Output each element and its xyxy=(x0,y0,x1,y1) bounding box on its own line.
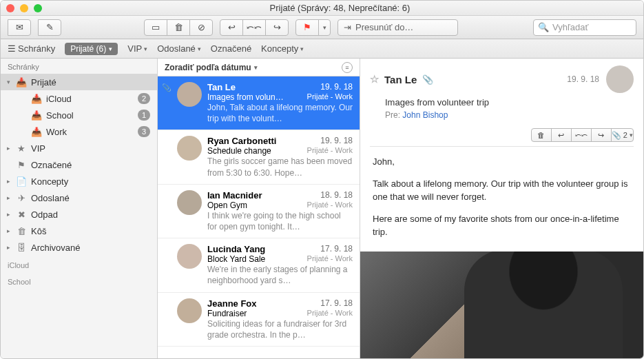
search-field[interactable]: 🔍 Vyhľadať xyxy=(533,19,636,36)
sidebar-item-account[interactable]: 📥School1 xyxy=(1,107,157,123)
preview-reply-all-button[interactable]: ⤺⤺ xyxy=(571,128,592,142)
favorite-drafts[interactable]: Koncepty▾ xyxy=(261,43,304,54)
message-preview-text: John, Talk about a lifelong memory. Our … xyxy=(207,102,353,124)
message-row[interactable]: Jeanne Fox17. 9. 18FundraiserPrijaté - W… xyxy=(158,293,360,347)
sidebar-item-trash[interactable]: ▸ 🗑 Kôš xyxy=(1,223,157,239)
mailboxes-toggle[interactable]: ☰ Schránky xyxy=(8,43,55,54)
message-row[interactable]: Ryan Carbonetti19. 9. 18Schedule changeP… xyxy=(158,130,360,184)
message-from: Ryan Carbonetti xyxy=(207,136,276,146)
junk-icon: ⊘ xyxy=(198,22,205,32)
delete-button[interactable]: 🗑 xyxy=(167,19,190,36)
chevron-down-icon: ▾ xyxy=(630,132,633,139)
compose-button[interactable]: ✎ xyxy=(38,19,61,36)
window-titlebar: Prijaté (Správy: 48, Neprečítané: 6) xyxy=(1,1,643,16)
preview-delete-button[interactable]: 🗑 xyxy=(531,128,552,142)
close-window-button[interactable] xyxy=(6,4,14,12)
sidebar-item-vip[interactable]: ▸ ★ VIP xyxy=(1,140,157,156)
filter-button[interactable]: ≡ xyxy=(342,62,353,73)
sort-label: Zoradiť podľa dátumu xyxy=(165,63,251,72)
message-row[interactable]: 📎Tan Le19. 9. 18Images from volun…Prijat… xyxy=(158,76,360,130)
message-from: Ian Macnider xyxy=(207,190,262,201)
preview-attachments-button[interactable]: 📎 2 ▾ xyxy=(611,128,634,142)
attachment-icon: 📎 xyxy=(422,74,433,85)
reply-icon: ↩ xyxy=(228,22,236,32)
disclosure-triangle-icon[interactable]: ▸ xyxy=(5,211,12,218)
sidebar-item-label: School xyxy=(46,110,134,121)
sidebar-inbox-label: Prijaté xyxy=(31,77,150,88)
disclosure-triangle-icon[interactable]: ▸ xyxy=(5,178,12,185)
sidebar-section-icloud[interactable]: iCloud xyxy=(1,256,157,272)
inbox-icon: 📥 xyxy=(15,77,28,88)
archive-button[interactable]: ▭ xyxy=(144,19,167,36)
favorite-inbox[interactable]: Prijaté (6) ▾ xyxy=(65,43,118,55)
attachment-indicator xyxy=(162,136,172,178)
sidebar-item-sent[interactable]: ▸ ✈︎ Odoslané xyxy=(1,189,157,206)
disclosure-triangle-icon[interactable]: ▾ xyxy=(5,79,12,85)
message-preview-pane: ☆ Tan Le 📎 19. 9. 18 Images from volunte… xyxy=(360,59,643,359)
disclosure-triangle-icon[interactable]: ▸ xyxy=(5,227,12,234)
drafts-icon: 📄 xyxy=(15,176,28,187)
sidebar-item-flagged[interactable]: ⚑ Označené xyxy=(1,156,157,173)
attachment-icon: 📎 xyxy=(612,131,621,140)
sort-menu[interactable]: Zoradiť podľa dátumu ▾ xyxy=(165,63,258,72)
flag-menu-button[interactable]: ▾ xyxy=(318,19,331,36)
sidebar-item-account[interactable]: 📥iCloud2 xyxy=(1,90,157,107)
preview-date: 19. 9. 18 xyxy=(567,74,599,84)
preview-reply-button[interactable]: ↩ xyxy=(551,128,572,142)
sidebar-item-drafts[interactable]: ▸ 📄 Koncepty xyxy=(1,173,157,189)
get-mail-button[interactable]: ✉︎ xyxy=(8,19,31,36)
message-row[interactable]: Ian Macnider18. 9. 18Open GymPrijaté - W… xyxy=(158,185,360,238)
message-preview-text: Soliciting ideas for a fundraiser for 3r… xyxy=(207,318,353,340)
message-mailbox: Prijaté - Work xyxy=(307,146,353,156)
attachment-indicator xyxy=(162,298,172,340)
chevron-down-icon: ▾ xyxy=(254,64,258,71)
message-row[interactable]: Lucinda Yang17. 9. 18Block Yard SalePrij… xyxy=(158,238,360,292)
message-subject: Block Yard Sale xyxy=(207,254,265,264)
reply-button[interactable]: ↩ xyxy=(220,19,243,36)
reply-all-button[interactable]: ⤺⤺ xyxy=(242,19,266,36)
sidebar-item-inbox[interactable]: ▾ 📥 Prijaté xyxy=(1,74,157,90)
sidebar-item-junk[interactable]: ▸ ✖︎ Odpad xyxy=(1,206,157,223)
sidebar-item-account[interactable]: 📥Work3 xyxy=(1,123,157,140)
envelope-icon: ✉︎ xyxy=(16,22,23,32)
move-to-menu[interactable]: ⇥ Presunúť do… xyxy=(337,19,458,36)
flag-button[interactable]: ⚑ xyxy=(295,19,319,36)
vip-star-icon[interactable]: ☆ xyxy=(370,73,379,85)
preview-forward-button[interactable]: ↪ xyxy=(591,128,612,142)
preview-from: ☆ Tan Le 📎 xyxy=(370,73,433,85)
favorite-flagged[interactable]: Označené xyxy=(211,43,251,54)
message-mailbox: Prijaté - Work xyxy=(307,309,353,318)
disclosure-triangle-icon[interactable]: ▸ xyxy=(5,145,12,152)
window-title: Prijaté (Správy: 48, Neprečítané: 6) xyxy=(42,3,638,13)
sidebar-header: Schránky xyxy=(1,59,157,74)
message-list: Zoradiť podľa dátumu ▾ ≡ 📎Tan Le19. 9. 1… xyxy=(158,59,360,359)
favorite-sent[interactable]: Odoslané▾ xyxy=(157,43,201,54)
forward-icon: ↪ xyxy=(598,131,604,140)
avatar xyxy=(606,65,634,93)
message-subject: Open Gym xyxy=(207,201,247,210)
reply-all-icon: ⤺⤺ xyxy=(247,22,262,32)
minimize-window-button[interactable] xyxy=(20,4,28,12)
trash-icon: 🗑 xyxy=(537,131,545,139)
forward-button[interactable]: ↪ xyxy=(265,19,289,36)
divider xyxy=(370,146,634,147)
chevron-down-icon: ▾ xyxy=(323,24,326,31)
message-preview-text: I think we're going to the high school f… xyxy=(207,210,353,232)
preview-body: John,Talk about a lifelong memory. Our t… xyxy=(360,151,643,252)
avatar xyxy=(177,136,202,161)
sidebar-section-school[interactable]: School xyxy=(1,272,157,289)
preview-action-bar: 🗑 ↩ ⤺⤺ ↪ 📎 2 ▾ xyxy=(360,128,634,142)
junk-icon: ✖︎ xyxy=(15,209,28,220)
preview-to: Pre: John Bishop xyxy=(385,110,634,120)
flag-icon: ⚑ xyxy=(303,22,311,32)
mailboxes-label: Schránky xyxy=(18,43,55,54)
favorite-vip[interactable]: VIP▾ xyxy=(127,43,147,54)
zoom-window-button[interactable] xyxy=(34,4,42,12)
message-from: Lucinda Yang xyxy=(207,244,265,254)
disclosure-triangle-icon[interactable]: ▸ xyxy=(5,194,12,201)
junk-button[interactable]: ⊘ xyxy=(189,19,213,36)
unread-badge: 3 xyxy=(138,126,150,137)
disclosure-triangle-icon[interactable]: ▸ xyxy=(5,244,12,251)
inbox-icon: 📥 xyxy=(30,127,43,137)
sidebar-item-archive[interactable]: ▸ 🗄 Archivované xyxy=(1,239,157,256)
